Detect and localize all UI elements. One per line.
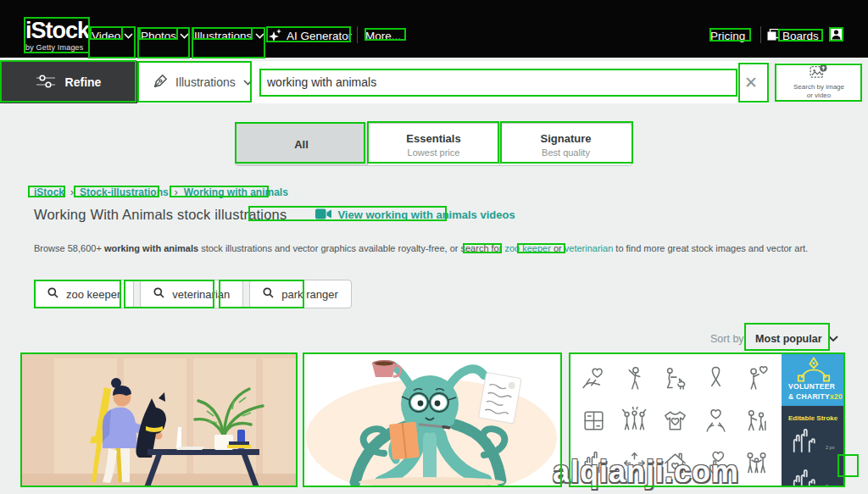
- media-type-value: Illustrations: [175, 75, 236, 89]
- view-videos-label: View working with animals videos: [337, 208, 515, 221]
- sort-row: Sort by: Most popular: [710, 333, 838, 345]
- nav-illustrations-label: Illustrations: [194, 30, 252, 42]
- link-veterinarian[interactable]: veterinarian: [565, 243, 613, 253]
- browse-suffix: to find more great stock images and vect…: [613, 243, 808, 253]
- account-button[interactable]: [829, 28, 843, 43]
- user-avatar-icon: [829, 27, 843, 44]
- chip-label: veterinarian: [172, 288, 230, 301]
- breadcrumb: iStock › Stock-illustrations › Working w…: [34, 186, 288, 198]
- grid-icon-person-with-dog: [655, 357, 696, 399]
- browse-keyword: working with animals: [102, 243, 198, 253]
- grid-icon-person-with-heart: [736, 357, 776, 399]
- editable-stroke-badge: Editable Stroke: [788, 414, 837, 422]
- nav-pricing[interactable]: Pricing: [710, 28, 745, 43]
- search-icon: [263, 287, 274, 301]
- icon-set-panel-header: VOLUNTEER & CHARITYx20: [782, 353, 845, 406]
- stroke-width-label: 2 px: [826, 484, 834, 487]
- crumb-stock-illustrations[interactable]: Stock-illustrations: [80, 186, 169, 198]
- browse-text: Browse 58,600+ working with animals stoc…: [34, 243, 839, 253]
- chevron-down-icon: [243, 80, 253, 86]
- icon-set-panel-body: Editable Stroke 2 px 2 px: [782, 406, 845, 487]
- browse-or: or: [551, 243, 565, 253]
- search-icon: [47, 287, 58, 301]
- crumb-working-with-animals[interactable]: Working with animals: [184, 186, 288, 198]
- nav-more[interactable]: More...: [365, 28, 401, 43]
- chip-zoo-keeper[interactable]: zoo keeper: [34, 280, 134, 308]
- chevron-down-icon: [180, 33, 189, 39]
- crumb-istock[interactable]: iStock: [34, 186, 64, 198]
- panel-charity-text: & CHARITY: [788, 392, 830, 401]
- tab-signature-label: Signature: [541, 132, 592, 145]
- nav-illustrations[interactable]: Illustrations: [194, 28, 264, 43]
- chip-label: park ranger: [281, 288, 337, 301]
- result-count: 58,600+: [68, 243, 102, 253]
- panel-title-line1: VOLUNTEER: [788, 382, 835, 391]
- title-row: Working With Animals stock illustrations…: [34, 207, 515, 223]
- breadcrumb-separator: ›: [175, 186, 178, 198]
- grid-icon-helping-elderly: [736, 399, 776, 441]
- result-thumb-octopus[interactable]: [303, 353, 562, 487]
- chip-veterinarian[interactable]: veterinarian: [140, 280, 243, 308]
- media-type-dropdown[interactable]: Illustrations: [138, 74, 257, 92]
- view-videos-link[interactable]: View working with animals videos: [315, 208, 515, 222]
- refine-button[interactable]: Refine: [0, 61, 137, 103]
- grid-icon-hands-holding-heart: [695, 399, 736, 441]
- chevron-down-icon: [828, 336, 838, 342]
- search-by-image-button[interactable]: Search by image or video: [776, 63, 862, 102]
- nav-video-label: Video: [92, 30, 120, 42]
- istock-search-results-page: iStock by Getty Images Video Photos Illu…: [0, 0, 868, 494]
- refine-label: Refine: [65, 75, 102, 89]
- sort-by-label: Sort by:: [710, 333, 747, 345]
- icon-set-panel: VOLUNTEER & CHARITYx20 Editable Stroke 2…: [782, 353, 845, 487]
- link-zoo-keeper[interactable]: zoo keeper: [504, 243, 550, 253]
- grid-icon-group-celebrating: [615, 399, 655, 441]
- browse-mid: stock illustrations and vector graphics …: [198, 243, 504, 253]
- search-by-image-label-2: or video: [807, 92, 831, 100]
- nav-photos[interactable]: Photos: [141, 28, 189, 43]
- clear-search-button[interactable]: ✕: [732, 61, 770, 103]
- nav-video[interactable]: Video: [92, 28, 133, 43]
- close-icon: ✕: [744, 73, 758, 92]
- nav-ai-generator[interactable]: AI Generator: [268, 28, 352, 43]
- tab-signature-sublabel: Best quality: [542, 147, 590, 158]
- search-input[interactable]: [257, 75, 732, 89]
- nav-pricing-label: Pricing: [710, 30, 745, 42]
- price-tier-tabs: All Essentials Lowest price Signature Be…: [235, 123, 632, 166]
- istock-logo[interactable]: iStock by Getty Images: [25, 19, 89, 52]
- search-bar: Illustrations ✕: [138, 61, 770, 103]
- raised-hands-icon: [788, 426, 819, 457]
- grid-icon-person-raising-hand: [615, 357, 655, 399]
- stroke-width-label: 2 px: [826, 445, 834, 450]
- raised-hands-icon: [788, 467, 819, 487]
- tab-signature[interactable]: Signature Best quality: [499, 123, 632, 166]
- watermark: alqianji.com: [553, 454, 739, 490]
- result-thumb-woman-with-dog[interactable]: [20, 353, 298, 487]
- pen-tool-icon: [797, 356, 831, 383]
- nav-more-label: More...: [365, 30, 401, 42]
- nav-divider: [760, 26, 761, 43]
- nav-ai-generator-label: AI Generator: [287, 30, 352, 42]
- sparkle-icon: [268, 28, 283, 43]
- boards-icon: [767, 29, 779, 43]
- browse-prefix: Browse: [34, 243, 68, 253]
- panel-title-line2: & CHARITYx20: [788, 392, 843, 401]
- video-camera-icon: [315, 208, 331, 222]
- nav-photos-label: Photos: [141, 30, 176, 42]
- tab-all-label: All: [294, 138, 309, 151]
- chip-park-ranger[interactable]: park ranger: [249, 280, 351, 308]
- nav-boards[interactable]: Boards: [767, 28, 819, 43]
- related-search-chips: zoo keeper veterinarian park ranger: [34, 280, 352, 308]
- tab-all[interactable]: All: [235, 123, 368, 166]
- grid-icon-hand-holding-heart: [574, 357, 615, 399]
- search-by-image-label-1: Search by image: [793, 83, 844, 92]
- image-upload-icon: [810, 64, 828, 81]
- breadcrumb-separator: ›: [70, 186, 74, 198]
- logo-title: iStock: [25, 19, 89, 42]
- logo-subtitle: by Getty Images: [25, 44, 89, 52]
- chip-label: zoo keeper: [66, 288, 120, 301]
- sort-value-label: Most popular: [755, 333, 821, 345]
- sort-dropdown[interactable]: Most popular: [755, 333, 837, 345]
- tab-essentials-label: Essentials: [406, 132, 460, 145]
- search-icon: [153, 287, 164, 301]
- tab-essentials[interactable]: Essentials Lowest price: [367, 123, 500, 166]
